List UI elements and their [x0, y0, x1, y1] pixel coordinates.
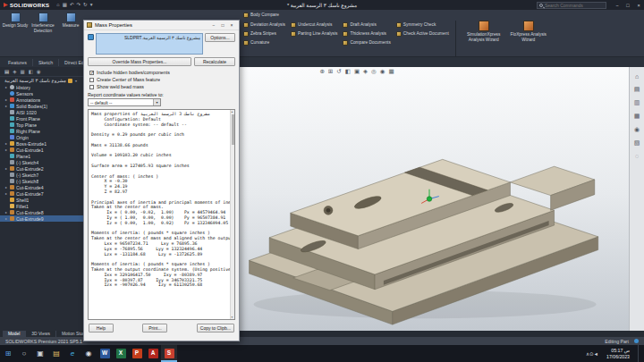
checkbox[interactable] — [89, 85, 94, 89]
ribbon-button-zebra-stripes[interactable]: Zebra Stripes — [243, 29, 285, 38]
ribbon-button-thickness-analysis[interactable]: Thickness Analysis — [343, 29, 390, 38]
tab-sketch[interactable]: Sketch — [33, 59, 59, 66]
task-pane-design-library[interactable]: ▤ — [634, 86, 640, 93]
ribbon-button-deviation-analysis[interactable]: Deviation Analysis — [243, 21, 285, 29]
expand-arrow-icon[interactable]: ▸ — [4, 191, 8, 196]
tree-root-part[interactable]: ▾ مشروع ناسك ٣ الرسمة الغربية — [0, 77, 85, 84]
tree-item-sketch[interactable]: (-) Sketch8 — [0, 178, 85, 184]
tree-item-cut[interactable]: ▸ Cut-Extrude7 — [0, 190, 85, 197]
expand-arrow-icon[interactable]: ▸ — [4, 141, 8, 146]
tree-item-annotations[interactable]: ▸ Annotations — [0, 97, 85, 103]
taskbar-item-file-explorer[interactable]: ▤ — [48, 345, 64, 362]
ribbon-button-body-compare[interactable]: Body Compare — [243, 11, 279, 19]
tree-item-plane[interactable]: Top Plane — [0, 122, 85, 128]
show-desktop-button[interactable] — [638, 345, 640, 362]
tab-features[interactable]: Features — [3, 59, 33, 66]
panel-tab-dimxpertmanager[interactable]: ◧ — [29, 69, 33, 74]
help-button[interactable]: Help — [89, 324, 114, 333]
task-pane-resources[interactable]: ⌂ — [635, 73, 639, 80]
command-search[interactable] — [537, 2, 606, 9]
task-pane-view-palette[interactable]: ▦ — [634, 113, 640, 120]
expand-arrow-icon[interactable]: ▸ — [4, 210, 8, 215]
ribbon-button-undercut-analysis[interactable]: Undercut Analysis — [291, 21, 338, 29]
ribbon-button-check-active-document[interactable]: Check Active Document — [396, 29, 449, 38]
ribbon-button-draft-analysis[interactable]: Draft Analysis — [343, 21, 390, 29]
tree-item-material[interactable]: AISI 1020 — [0, 109, 85, 115]
task-pane-file-explorer[interactable]: ▥ — [634, 99, 640, 106]
checkbox[interactable] — [89, 71, 94, 75]
task-pane-forum[interactable]: ◌ — [635, 153, 639, 159]
tree-item-plane[interactable]: Plane1 — [0, 153, 85, 159]
task-pane-custom-properties[interactable]: ▧ — [634, 139, 640, 147]
taskbar-item-acrobat[interactable]: A — [145, 345, 161, 362]
search-input[interactable] — [545, 3, 598, 8]
taskbar-item-chrome[interactable]: ◉ — [80, 345, 97, 362]
dialog-maximize[interactable]: □ — [218, 21, 227, 29]
tree-item-origin[interactable]: Origin — [0, 134, 85, 140]
quick-access-redo[interactable]: ↷ — [76, 3, 80, 8]
taskbar-item-search[interactable]: ○ — [16, 345, 32, 362]
taskbar-item-task-view[interactable]: ▣ — [32, 345, 48, 362]
expand-arrow-icon[interactable]: ▸ — [4, 166, 8, 171]
ribbon-button-measure[interactable]: Measure — [57, 13, 84, 33]
ribbon-button-simulationxpress[interactable]: SimulationXpress Analysis Wizard — [462, 21, 505, 42]
quick-access-rebuild[interactable]: ↻ — [83, 3, 88, 8]
doc-tab-model[interactable]: Model — [3, 331, 26, 337]
tree-item-cut[interactable]: ▸ Cut-Extrude8 — [0, 209, 85, 215]
tree-item-fillet[interactable]: Fillet1 — [0, 203, 85, 209]
quick-access-undo[interactable]: ↶ — [70, 3, 74, 8]
task-pane-appearances[interactable]: ◉ — [634, 126, 640, 133]
doc-tab-3d-views[interactable]: 3D Views — [26, 331, 56, 337]
checkbox-show-weld-bead-mass[interactable]: Show weld bead mass — [88, 83, 235, 90]
quick-access-save[interactable]: ▦ — [63, 3, 67, 8]
expand-arrow-icon[interactable]: ▸ — [4, 97, 8, 102]
ribbon-button-design-study[interactable]: Design Study — [2, 13, 29, 33]
recalculate-button[interactable]: Recalculate — [194, 57, 235, 66]
dialog-close[interactable]: × — [227, 21, 236, 29]
quick-access-home[interactable]: ⌂ — [56, 3, 59, 8]
window-close[interactable]: × — [633, 0, 644, 10]
ribbon-button-interference-detection[interactable]: Interference Detection — [30, 13, 56, 33]
panel-tab-displaymanager[interactable]: ◉ — [37, 69, 41, 74]
tree-item-shell[interactable]: Shell1 — [0, 197, 85, 203]
expand-arrow-icon[interactable]: ▸ — [4, 85, 8, 89]
expand-arrow-icon[interactable]: ▸ — [4, 147, 8, 152]
panel-tab-featuremanager[interactable]: ▤ — [4, 69, 9, 74]
panel-tab-propertymanager[interactable]: ◈ — [13, 69, 16, 74]
tree-item-boss[interactable]: ▸ Boss-Extrude1 — [0, 140, 85, 147]
taskbar-item-edge[interactable]: e — [64, 345, 80, 362]
options-button[interactable]: Options... — [205, 33, 235, 42]
tree-item-cut[interactable]: ▸ Cut-Extrude9 — [0, 215, 85, 222]
checkbox-include-hidden-bodies-components[interactable]: Include hidden bodies/components — [88, 69, 235, 76]
3d-model[interactable] — [237, 74, 622, 329]
override-mass-properties-button[interactable]: Override Mass Properties... — [88, 57, 191, 66]
tray-volume[interactable]: ◄ — [594, 351, 598, 357]
taskbar-item-solidworks[interactable]: S — [161, 345, 177, 362]
status-tag-icon[interactable] — [634, 339, 639, 343]
report-coordinates-dropdown[interactable]: -- default -- — [88, 98, 161, 106]
tree-item-sensors[interactable]: Sensors — [0, 90, 85, 97]
dialog-title-bar[interactable]: Mass Properties −□× — [84, 21, 239, 30]
taskbar-clock[interactable]: 05:17 ص 17/06/2023 — [603, 348, 633, 359]
tree-item-cut[interactable]: ▸ Cut-Extrude4 — [0, 184, 85, 190]
scrollbar-thumb[interactable] — [232, 114, 234, 145]
expand-arrow-icon[interactable]: ▾ — [74, 79, 78, 83]
expand-arrow-icon[interactable]: ▸ — [4, 104, 8, 108]
panel-tab-configurationmanager[interactable]: ▦ — [20, 69, 24, 74]
ribbon-button-symmetry-check[interactable]: Symmetry Check — [396, 21, 449, 29]
tree-item-bodies[interactable]: ▸ Solid Bodies(1) — [0, 103, 85, 109]
taskbar-item-excel[interactable]: X — [113, 345, 129, 362]
taskbar-item-powerpoint[interactable]: P — [129, 345, 145, 362]
tree-item-plane[interactable]: Right Plane — [0, 128, 85, 134]
selected-document-box[interactable]: مشروع ناسك ٣ الرسمة الغربية.SLDPRT — [96, 33, 203, 55]
quick-access-options[interactable]: ▾ — [90, 3, 93, 8]
checkbox-create-center-of-mass-feature[interactable]: Create Center of Mass feature — [88, 76, 235, 83]
copy-to-clipboard-button[interactable]: Copy to Clipb... — [197, 324, 234, 333]
ribbon-button-floxpress[interactable]: FloXpress Analysis Wizard — [507, 21, 550, 42]
tree-item-plane[interactable]: Front Plane — [0, 115, 85, 122]
results-scrollbar[interactable] — [230, 110, 234, 319]
print-button[interactable]: Print... — [142, 324, 167, 333]
taskbar-item-start[interactable]: ⊞ — [0, 345, 16, 362]
tree-item-sketch[interactable]: (-) Sketch4 — [0, 159, 85, 165]
expand-arrow-icon[interactable]: ▸ — [4, 185, 8, 189]
